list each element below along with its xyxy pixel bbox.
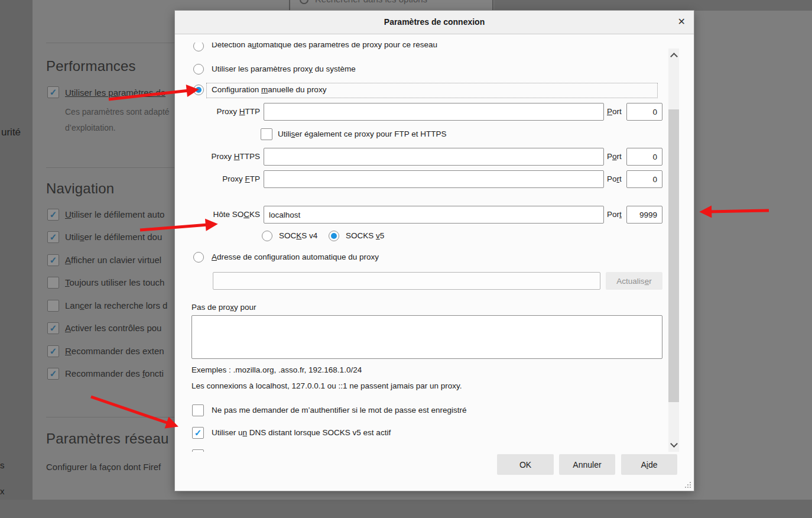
nav-checkbox-autoscroll[interactable]: ✓ — [47, 209, 59, 221]
nav-checkbox-virtual-keyboard[interactable]: ✓ — [47, 254, 59, 266]
radio-socks-v4[interactable] — [262, 231, 272, 241]
nav-checkbox-caret-keys[interactable] — [47, 277, 59, 289]
no-auth-prompt-checkbox[interactable] — [192, 404, 204, 416]
proxy-https-input[interactable] — [264, 148, 604, 166]
arrow-socks-port — [709, 211, 769, 212]
close-icon[interactable]: ✕ — [678, 16, 686, 28]
socks-port-input[interactable] — [626, 206, 662, 224]
checkmark-icon: ✓ — [50, 232, 57, 242]
nav-label-recommend-extensions: Recommander des exten — [65, 346, 164, 356]
nav-label-recommend-features: Recommander des foncti — [65, 368, 164, 378]
radio-dot — [331, 233, 337, 239]
dialog-titlebar: Paramètres de connexion ✕ — [175, 11, 694, 34]
radio-system-proxy-label: Utiliser les paramètres proxy du système — [212, 64, 356, 73]
radio-socks-v5[interactable] — [329, 231, 339, 241]
nav-checkbox-smoothscroll[interactable]: ✓ — [47, 231, 59, 243]
nav-checkbox-search-typing[interactable] — [47, 300, 59, 312]
no-auth-prompt-label: Ne pas me demander de m’authentifier si … — [212, 406, 467, 415]
checkmark-icon: ✓ — [50, 87, 57, 97]
dialog-scrollbar[interactable] — [668, 48, 679, 452]
nav-label-search-typing: Lancer la recherche lors d — [65, 300, 167, 310]
no-proxy-label: Pas de proxy pour — [191, 303, 256, 312]
proxy-https-port-input[interactable] — [626, 148, 662, 166]
sidebar-fragment-x: x — [0, 486, 5, 496]
help-button[interactable]: Aide — [621, 454, 677, 475]
proxy-ftp-port-input[interactable] — [626, 170, 662, 188]
proxy-http-port-input[interactable] — [626, 103, 662, 121]
proxy-ftp-input[interactable] — [264, 170, 604, 188]
nav-checkbox-media-controls[interactable]: ✓ — [47, 322, 59, 334]
cancel-button[interactable]: Annuler — [559, 454, 615, 475]
remote-dns-checkbox[interactable]: ✓ — [192, 427, 204, 439]
nav-label-virtual-keyboard: Afficher un clavier virtuel — [65, 255, 161, 265]
radio-manual-proxy[interactable] — [193, 85, 204, 95]
socks-port-label: Port — [607, 210, 622, 219]
checkmark-icon: ✓ — [50, 209, 57, 219]
chevron-up-icon[interactable] — [670, 53, 678, 60]
nav-label-autoscroll: Utiliser le défilement auto — [65, 209, 164, 219]
socks-host-input[interactable] — [264, 206, 604, 224]
nav-label-smoothscroll: Utiliser le défilement dou — [65, 232, 162, 242]
resize-grip-icon[interactable] — [685, 482, 691, 488]
autoconfig-url-input[interactable] — [213, 272, 600, 290]
window-left-margin — [0, 0, 33, 518]
share-proxy-checkbox[interactable] — [261, 128, 272, 140]
checkmark-icon: ✓ — [50, 323, 57, 333]
search-placeholder: Rechercher dans les options — [315, 0, 427, 4]
dialog-scroll-area: Détection automatique des paramètres de … — [175, 43, 669, 452]
performance-settings-checkbox[interactable]: ✓ — [47, 86, 59, 98]
no-proxy-examples: Exemples : .mozilla.org, .asso.fr, 192.1… — [191, 365, 362, 374]
nav-checkbox-recommend-extensions[interactable]: ✓ — [47, 345, 59, 357]
dialog-title: Paramètres de connexion — [175, 17, 694, 27]
performance-settings-label: Utiliser les paramètres de — [65, 88, 165, 98]
navigation-heading: Navigation — [46, 180, 114, 197]
no-proxy-note: Les connexions à localhost, 127.0.0.1 ou… — [191, 381, 462, 390]
performance-desc-line1: Ces paramètres sont adapté — [65, 107, 170, 116]
connection-settings-dialog: Paramètres de connexion ✕ Détection auto… — [175, 11, 694, 491]
nav-label-media-controls: Activer les contrôles pou — [65, 323, 161, 333]
radio-dot — [196, 87, 202, 93]
proxy-https-label: Proxy HTTPS — [175, 152, 260, 161]
chevron-down-icon[interactable] — [670, 440, 678, 448]
scrollbar-thumb[interactable] — [668, 109, 679, 402]
proxy-https-port-label: Port — [607, 152, 622, 161]
network-settings-desc: Configurer la façon dont Firef — [46, 462, 161, 472]
window-top-margin — [494, 0, 812, 11]
ok-button[interactable]: OK — [497, 454, 554, 475]
checkmark-icon: ✓ — [50, 346, 57, 356]
proxy-http-port-label: Port — [607, 107, 622, 116]
radio-auto-detect-label: Détection automatique des paramètres de … — [212, 43, 437, 49]
radio-system-proxy[interactable] — [193, 64, 204, 75]
options-search-input[interactable]: Rechercher dans les options — [289, 0, 493, 12]
checkmark-icon: ✓ — [194, 428, 202, 438]
proxy-http-input[interactable] — [264, 103, 604, 121]
performances-heading: Performances — [46, 58, 136, 75]
search-icon — [300, 0, 308, 4]
no-proxy-textarea[interactable] — [191, 315, 662, 359]
radio-socks-v5-label: SOCKS v5 — [346, 231, 384, 240]
proxy-ftp-label: Proxy FTP — [175, 174, 260, 183]
radio-auto-detect-proxy[interactable] — [193, 43, 204, 51]
clipped-checkbox[interactable] — [192, 449, 204, 452]
socks-host-label: Hôte SOCKS — [175, 210, 260, 219]
performance-desc-line2: d’exploitation. — [65, 123, 116, 132]
remote-dns-label: Utiliser un DNS distant lorsque SOCKS v5… — [212, 428, 391, 437]
network-settings-heading: Paramètres réseau — [46, 430, 169, 447]
radio-manual-proxy-label: Configuration manuelle du proxy — [212, 85, 326, 94]
radio-autoconfig-label: Adresse de configuration automatique du … — [212, 252, 379, 261]
screenshot-canvas: Rechercher dans les options urité s x Pe… — [0, 0, 812, 518]
checkmark-icon: ✓ — [50, 368, 57, 378]
sidebar-item-security-fragment[interactable]: urité — [1, 127, 21, 138]
refresh-button[interactable]: Actualiser — [606, 272, 662, 290]
nav-label-caret-keys: Toujours utiliser les touch — [65, 277, 164, 287]
window-bottom-margin — [0, 500, 812, 518]
radio-autoconfig-url[interactable] — [193, 252, 204, 263]
nav-checkbox-recommend-features[interactable]: ✓ — [47, 368, 59, 380]
radio-socks-v4-label: SOCKS v4 — [279, 231, 317, 240]
sidebar-fragment-s: s — [0, 460, 5, 470]
proxy-http-label: Proxy HTTP — [175, 107, 260, 116]
checkmark-icon: ✓ — [50, 255, 57, 265]
proxy-ftp-port-label: Port — [607, 174, 622, 183]
share-proxy-label: Utiliser également ce proxy pour FTP et … — [278, 130, 447, 138]
arrow-remote-dns — [91, 397, 169, 423]
